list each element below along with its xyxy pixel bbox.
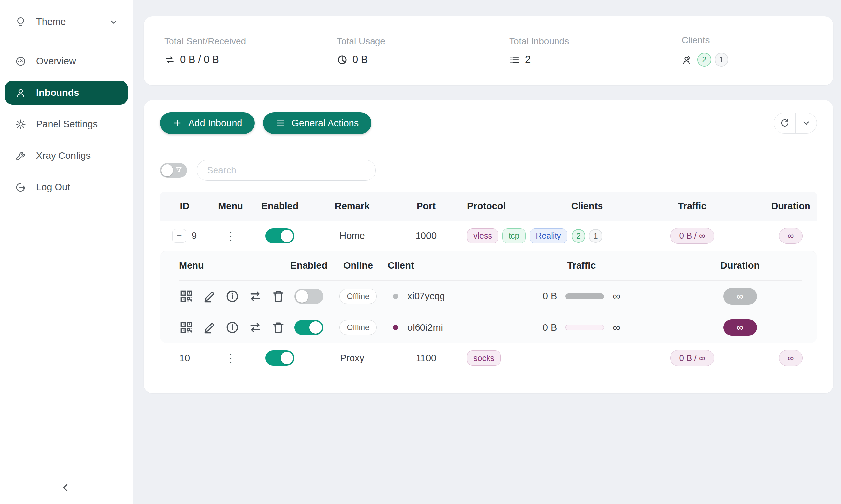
reset-traffic-icon[interactable]	[248, 289, 262, 304]
delete-icon[interactable]	[271, 289, 286, 304]
sidebar-nav: Theme Overview Inbounds	[0, 0, 133, 199]
sidebar-item-label: Log Out	[36, 182, 70, 193]
pie-icon	[337, 54, 347, 65]
collapse-row-button[interactable]: −	[172, 229, 186, 243]
duration-pill[interactable]: ∞	[779, 228, 803, 244]
stat-label: Clients	[682, 35, 834, 46]
stat-value: 0 B	[353, 54, 368, 66]
info-icon[interactable]	[225, 289, 240, 304]
delete-icon[interactable]	[271, 320, 286, 335]
traffic-pill[interactable]: 0 B / ∞	[670, 350, 714, 366]
inbounds-table: ID Menu Enabled Remark Port Protocol Cli…	[160, 192, 817, 373]
sidebar-item-overview[interactable]: Overview	[5, 49, 128, 73]
stat-label: Total Sent/Received	[164, 36, 316, 47]
refresh-dropdown-button[interactable]	[795, 113, 817, 133]
duration-pill[interactable]: ∞	[779, 350, 803, 366]
chevron-left-icon	[60, 482, 71, 493]
search-input[interactable]	[197, 160, 376, 181]
filter-toggle[interactable]	[160, 163, 187, 178]
clients-active-badge: 2	[572, 229, 585, 243]
reset-traffic-icon[interactable]	[248, 320, 262, 335]
sub-col-menu: Menu	[179, 260, 289, 271]
infinity-icon: ∞	[613, 290, 620, 302]
sub-col-enabled: Enabled	[289, 260, 328, 271]
sidebar-item-label: Inbounds	[36, 87, 79, 98]
toggle-knob	[280, 230, 293, 242]
info-icon[interactable]	[225, 320, 240, 335]
inbound-remark: Proxy	[308, 353, 396, 363]
toggle-knob	[296, 290, 308, 303]
toggle-knob	[309, 321, 322, 334]
sidebar-item-label: Theme	[36, 16, 66, 27]
sidebar-item-panel-settings[interactable]: Panel Settings	[5, 112, 128, 136]
client-enabled-toggle[interactable]	[294, 320, 323, 335]
col-remark: Remark	[308, 201, 396, 212]
sidebar-item-xray-configs[interactable]: Xray Configs	[5, 144, 128, 168]
client-duration-pill[interactable]: ∞	[723, 319, 757, 336]
stat-value: 0 B / 0 B	[180, 54, 219, 66]
client-status-dot	[393, 325, 398, 330]
users-icon	[682, 54, 692, 65]
nav-spacer	[5, 41, 128, 49]
row-menu-button[interactable]: ⋮	[225, 353, 236, 363]
traffic-progress-bar	[565, 325, 604, 330]
clients-active-badge: 2	[698, 53, 711, 67]
inbound-remark: Home	[308, 230, 396, 241]
transport-tag: tcp	[502, 228, 526, 244]
clients-inactive-badge: 1	[715, 53, 728, 67]
client-name: ol60i2mi	[407, 322, 443, 333]
client-traffic-used: 0 B	[543, 291, 557, 302]
add-inbound-label: Add Inbound	[188, 118, 242, 129]
sidebar-item-theme[interactable]: Theme	[5, 10, 128, 34]
client-enabled-toggle[interactable]	[294, 289, 323, 304]
add-inbound-button[interactable]: Add Inbound	[160, 112, 255, 134]
protocol-tag: vless	[467, 228, 498, 244]
inbounds-card: Add Inbound General Actions	[143, 100, 834, 393]
sidebar-item-inbounds[interactable]: Inbounds	[5, 81, 128, 105]
general-actions-label: General Actions	[291, 118, 359, 129]
client-duration-pill[interactable]: ∞	[723, 288, 757, 305]
table-row-inbound-10: 10 ⋮ Proxy 1100 socks 0 B / ∞ ∞	[160, 343, 817, 373]
refresh-button[interactable]	[774, 113, 795, 133]
stats-card: Total Sent/Received 0 B / 0 B Total Usag…	[143, 16, 834, 85]
edit-icon[interactable]	[202, 320, 217, 335]
chevron-down-icon	[801, 118, 811, 128]
sidebar-collapse-button[interactable]	[55, 477, 76, 498]
client-sub-table: Menu Enabled Online Client Traffic Durat…	[160, 251, 817, 343]
qr-code-icon[interactable]	[179, 320, 193, 335]
enabled-toggle[interactable]	[265, 228, 294, 244]
sub-col-duration: Duration	[677, 260, 803, 271]
row-menu-button[interactable]: ⋮	[225, 230, 236, 241]
chevron-down-icon	[109, 17, 118, 26]
infinity-icon: ∞	[613, 322, 620, 334]
sidebar-item-log-out[interactable]: Log Out	[5, 175, 128, 199]
stat-total-sent-received: Total Sent/Received 0 B / 0 B	[143, 36, 316, 66]
stat-total-usage: Total Usage 0 B	[316, 36, 488, 66]
client-traffic-used: 0 B	[543, 322, 557, 333]
refresh-button-group	[774, 112, 817, 133]
person-icon	[15, 87, 26, 98]
transfer-icon	[164, 54, 175, 65]
gauge-icon	[15, 56, 26, 67]
col-enabled: Enabled	[252, 201, 308, 212]
wrench-icon	[15, 150, 26, 161]
plus-icon	[172, 118, 182, 128]
client-status-dot	[393, 294, 398, 299]
stat-label: Total Usage	[337, 36, 488, 47]
sidebar-item-label: Panel Settings	[36, 119, 98, 130]
col-menu: Menu	[209, 201, 252, 212]
refresh-icon	[780, 118, 790, 128]
lightbulb-icon	[15, 16, 26, 28]
app-root: Theme Overview Inbounds	[0, 0, 841, 504]
traffic-pill[interactable]: 0 B / ∞	[670, 228, 714, 244]
general-actions-button[interactable]: General Actions	[263, 112, 371, 134]
traffic-progress-bar	[565, 293, 604, 299]
toolbar: Add Inbound General Actions	[143, 100, 834, 144]
inbound-port: 1100	[396, 353, 456, 363]
client-row-ol60i2mi: Offline ol60i2mi 0 B ∞	[179, 312, 802, 343]
toggle-knob	[161, 164, 173, 176]
enabled-toggle[interactable]	[265, 350, 294, 365]
sub-col-client: Client	[388, 260, 486, 271]
edit-icon[interactable]	[202, 289, 217, 304]
qr-code-icon[interactable]	[179, 289, 193, 304]
